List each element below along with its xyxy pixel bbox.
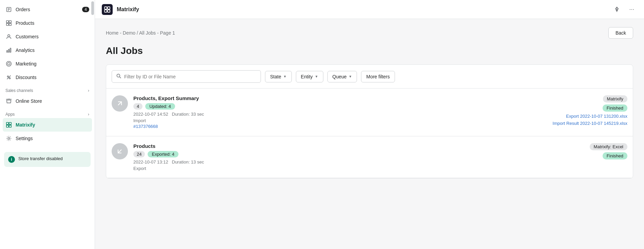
analytics-icon [5,47,12,54]
svg-rect-18 [9,122,11,124]
queue-filter-button[interactable]: Queue ▼ [327,71,357,82]
search-input[interactable] [124,74,257,79]
store-transfer-label: Store transfer disabled [18,156,63,161]
job2-row: Products 24 Exported: 4 2022-10-07 13:12… [106,136,633,178]
svg-rect-5 [9,21,11,23]
svg-line-28 [119,77,121,78]
state-filter-button[interactable]: State ▼ [265,71,292,82]
sales-channels-label: Sales channels [5,88,33,93]
main-area: Matrixify ··· Home - Demo / All Jobs - P… [95,0,644,249]
sales-channels-chevron[interactable]: › [88,88,89,93]
apps-chevron[interactable]: › [88,112,89,117]
jobs-container: State ▼ Entity ▼ Queue ▼ More filters [106,64,633,178]
more-filters-label: More filters [366,74,390,79]
more-icon[interactable]: ··· [626,4,637,15]
svg-rect-23 [108,7,110,9]
job1-details: Products, Export Summary 4 Updated: 4 20… [133,95,547,129]
orders-label: Orders [16,7,30,12]
job1-file1-link[interactable]: Export 2022-10-07 131200.xlsx [566,114,627,119]
job2-count: 24 [133,151,145,157]
job-row: Products, Export Summary 4 Updated: 4 20… [106,89,633,136]
sales-channels-section: Sales channels › [0,84,95,94]
svg-rect-7 [9,23,11,25]
sidebar-item-matrixify[interactable]: Matrixify [3,118,92,132]
store-icon [5,98,12,104]
queue-filter-arrow: ▼ [349,75,352,78]
sidebar-item-marketing[interactable]: Marketing [0,57,95,71]
customers-icon [5,33,12,40]
svg-rect-4 [6,21,8,23]
svg-point-8 [8,35,10,37]
pin-icon[interactable] [611,4,622,15]
sidebar-scrollbar[interactable] [91,1,94,15]
job1-status-badge: Updated: 4 [145,103,175,110]
job2-meta: 2022-10-07 13:12 Duration: 13 sec [133,159,547,165]
job1-source-badge: Matrixify [603,95,627,102]
job1-type: Import [133,118,547,123]
job1-badges: 4 Updated: 4 [133,103,547,110]
sidebar-item-discounts[interactable]: Discounts [0,71,95,84]
job1-count: 4 [133,103,143,110]
topbar: Matrixify ··· [95,0,644,19]
svg-rect-17 [6,122,8,124]
job1-datetime: 2022-10-07 14:52 [133,112,168,117]
search-icon [116,73,121,80]
page-title: All Jobs [106,45,633,56]
sidebar-item-online-store[interactable]: Online Store [0,94,95,108]
sidebar-nav: Orders 4 Products Customers Analytics [0,0,95,148]
entity-filter-button[interactable]: Entity ▼ [296,71,323,82]
breadcrumb-row: Home - Demo / All Jobs - Page 1 Back [106,27,633,39]
topbar-title: Matrixify [117,6,139,13]
svg-rect-22 [105,7,107,9]
job1-right: Matrixify Finished Export 2022-10-07 131… [553,95,627,126]
svg-rect-25 [108,10,110,12]
svg-rect-24 [105,10,107,12]
sidebar-item-orders[interactable]: Orders 4 [0,3,95,16]
job1-file2-link[interactable]: Import Result 2022-10-07 145219.xlsx [553,121,627,126]
analytics-label: Analytics [16,47,35,53]
apps-section: Apps › [0,108,95,118]
back-button[interactable]: Back [608,27,633,39]
more-filters-button[interactable]: More filters [361,71,395,82]
sidebar: Orders 4 Products Customers Analytics [0,0,95,249]
job2-finished-badge: Finished [603,152,627,159]
job2-icon [112,143,128,159]
job1-finished-badge: Finished [603,104,627,112]
svg-point-13 [7,62,10,65]
matrixify-nav-icon [5,121,12,128]
job2-name: Products [133,143,547,149]
matrixify-label: Matrixify [16,122,35,128]
sidebar-item-products[interactable]: Products [0,16,95,30]
orders-icon [5,6,12,13]
svg-rect-11 [10,48,11,53]
marketing-label: Marketing [16,61,36,66]
breadcrumb: Home - Demo / All Jobs - Page 1 [106,30,175,36]
svg-point-21 [8,137,10,139]
customers-label: Customers [16,34,39,39]
queue-filter-label: Queue [333,74,347,79]
job2-type: Export [133,166,547,171]
products-icon [5,20,12,26]
sidebar-item-settings[interactable]: Settings [0,132,95,145]
job2-status-badge: Exported: 4 [148,151,178,157]
svg-point-12 [6,61,11,66]
apps-label: Apps [5,112,15,117]
info-icon: i [8,156,15,163]
app-logo [102,4,113,15]
sidebar-item-analytics[interactable]: Analytics [0,43,95,57]
entity-filter-label: Entity [301,74,313,79]
marketing-icon [5,60,12,67]
entity-filter-arrow: ▼ [315,75,318,78]
sidebar-item-customers[interactable]: Customers [0,30,95,43]
orders-badge: 4 [82,7,89,12]
svg-point-27 [117,74,120,77]
discounts-icon [5,74,12,81]
svg-rect-9 [7,51,8,52]
online-store-label: Online Store [16,98,42,104]
job1-icon [112,95,128,112]
settings-icon [5,135,12,142]
job1-name: Products, Export Summary [133,95,547,101]
store-transfer-box: i Store transfer disabled [4,152,91,167]
job1-link[interactable]: #137376668 [133,124,158,129]
job2-source-badge: Matrixify: Excel [590,143,627,150]
